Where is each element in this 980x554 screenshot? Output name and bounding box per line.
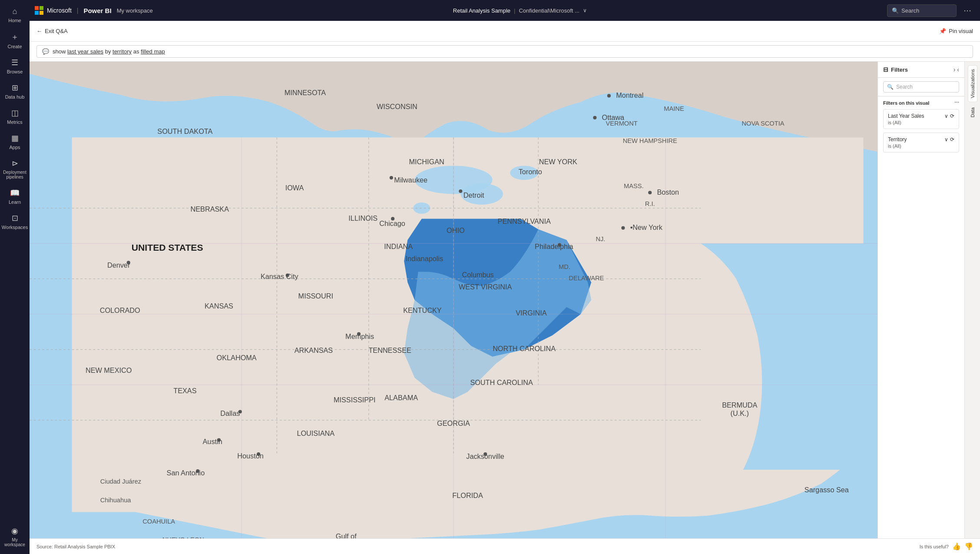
svg-text:NJ.: NJ. <box>596 236 605 242</box>
report-title: Retail Analysis Sample <box>453 7 510 14</box>
svg-text:MAINE: MAINE <box>664 105 684 112</box>
qa-text: show last year sales by territory as fil… <box>53 48 165 55</box>
filters-controls: › ‹ <box>954 66 959 73</box>
svg-text:San Antonio: San Antonio <box>167 469 205 477</box>
header-chevron-icon[interactable]: ∨ <box>583 7 587 13</box>
exit-qa-button[interactable]: ← Exit Q&A <box>36 28 68 34</box>
header-divider: | <box>77 7 79 14</box>
tab-data[interactable]: Data <box>968 104 977 121</box>
filters-search: 🔍 Search <box>878 78 964 96</box>
thumbs-down-button[interactable]: 👎 <box>964 542 973 551</box>
filters-collapse-right-button[interactable]: › <box>954 66 956 73</box>
svg-text:NEW YORK: NEW YORK <box>539 158 577 166</box>
metrics-icon: ◫ <box>11 108 19 118</box>
sidebar-item-home[interactable]: ⌂ Home <box>2 3 28 27</box>
filters-collapse-left-button[interactable]: ‹ <box>957 66 959 73</box>
filter-1-controls: ∨ ⟳ <box>944 113 954 119</box>
filter-1-clear-icon[interactable]: ⟳ <box>950 113 954 119</box>
workspace-label[interactable]: My workspace <box>117 7 153 14</box>
top-header: Microsoft | Power BI My workspace Retail… <box>30 0 980 21</box>
svg-text:NEW MEXICO: NEW MEXICO <box>86 366 132 374</box>
ms-blue-square <box>35 11 39 15</box>
svg-text:NUEVO LEON: NUEVO LEON <box>162 536 204 538</box>
svg-text:Kansas City: Kansas City <box>261 272 299 280</box>
feedback-area: Is this useful? 👍 👎 <box>920 542 973 551</box>
content-area: MINNESOTA WISCONSIN SOUTH DAKOTA IOWA NE… <box>30 62 980 538</box>
sidebar-item-browse[interactable]: ☰ Browse <box>2 54 28 78</box>
sidebar-item-metrics[interactable]: ◫ Metrics <box>2 105 28 128</box>
sidebar-label-datahub: Data hub <box>5 94 25 100</box>
main-content: Microsoft | Power BI My workspace Retail… <box>30 0 980 554</box>
svg-text:COAHUILA: COAHUILA <box>142 518 175 525</box>
sidebar-item-apps[interactable]: ▦ Apps <box>2 130 28 153</box>
svg-text:PENNSYLVANIA: PENNSYLVANIA <box>498 217 551 225</box>
sidebar-item-myworkspace[interactable]: ◉ My workspace <box>2 523 28 551</box>
ms-green-square <box>40 6 43 10</box>
filter-2-controls: ∨ ⟳ <box>944 136 954 143</box>
svg-text:Milwaukee: Milwaukee <box>394 176 427 184</box>
filters-search-input[interactable]: 🔍 Search <box>883 81 959 93</box>
sidebar-item-workspaces[interactable]: ⊡ Workspaces <box>2 210 28 233</box>
sidebar-item-create[interactable]: ＋ Create <box>2 28 28 53</box>
sidebar-item-deployment[interactable]: ⊳ Deployment pipelines <box>2 155 28 183</box>
sidebar-label-deployment: Deployment pipelines <box>3 170 26 179</box>
sub-header: ← Exit Q&A 📌 Pin visual <box>30 21 980 42</box>
qa-underline-2: territory <box>113 48 132 55</box>
svg-text:FLORIDA: FLORIDA <box>452 491 483 499</box>
filter-2-name: Territory <box>888 136 907 143</box>
filters-panel: ⊟ Filters › ‹ 🔍 Search Filters on this v… <box>877 62 964 538</box>
map-svg: MINNESOTA WISCONSIN SOUTH DAKOTA IOWA NE… <box>30 62 877 538</box>
microsoft-label: Microsoft <box>47 7 72 14</box>
svg-text:KENTUCKY: KENTUCKY <box>403 306 442 314</box>
svg-text:INDIANA: INDIANA <box>384 242 413 250</box>
sidebar-item-learn[interactable]: 📖 Learn <box>2 185 28 208</box>
qa-bubble-icon: 💬 <box>42 48 49 55</box>
datahub-icon: ⊞ <box>12 83 18 93</box>
filter-search-placeholder: Search <box>896 84 913 90</box>
filter-1-chevron-icon[interactable]: ∨ <box>944 113 948 119</box>
svg-text:ARKANSAS: ARKANSAS <box>295 347 333 355</box>
source-text: Source: Retail Analysis Sample PBIX <box>36 544 115 549</box>
qa-underline-1: last year sales <box>67 48 103 55</box>
filter-2-chevron-icon[interactable]: ∨ <box>944 136 948 143</box>
svg-text:COLORADO: COLORADO <box>100 306 140 314</box>
svg-text:Toronto: Toronto <box>519 168 542 176</box>
svg-text:•New York: •New York <box>630 223 663 231</box>
svg-text:R.I.: R.I. <box>645 200 655 207</box>
search-label: Search <box>901 7 919 14</box>
svg-text:(U.K.): (U.K.) <box>731 409 749 417</box>
svg-text:NORTH CAROLINA: NORTH CAROLINA <box>493 345 556 352</box>
svg-text:OKLAHOMA: OKLAHOMA <box>217 354 257 362</box>
filter-2-clear-icon[interactable]: ⟳ <box>950 136 954 143</box>
svg-text:DELAWARE: DELAWARE <box>569 275 604 282</box>
qa-input[interactable]: 💬 show last year sales by territory as f… <box>36 45 973 58</box>
svg-text:KANSAS: KANSAS <box>205 302 233 310</box>
svg-text:NEBRASKA: NEBRASKA <box>191 205 229 213</box>
svg-point-73 <box>390 176 393 179</box>
pin-visual-button[interactable]: 📌 Pin visual <box>939 28 973 34</box>
confidential-label: Confidential\Microsoft ... <box>519 7 579 14</box>
svg-text:ALABAMA: ALABAMA <box>384 394 418 401</box>
svg-text:Chicago: Chicago <box>379 219 405 227</box>
svg-text:Austin: Austin <box>203 438 222 445</box>
sidebar-item-datahub[interactable]: ⊞ Data hub <box>2 80 28 103</box>
home-icon: ⌂ <box>13 7 17 16</box>
sidebar-label-home: Home <box>8 18 21 23</box>
more-options-button[interactable]: ⋯ <box>960 4 975 17</box>
filter-section-more-icon[interactable]: ⋯ <box>954 100 959 106</box>
header-right: 🔍 Search ⋯ <box>887 4 975 17</box>
filter-1-name: Last Year Sales <box>888 113 924 119</box>
tab-data-label: Data <box>970 107 975 117</box>
tab-visualizations[interactable]: Visualizations <box>968 65 977 102</box>
svg-text:OHIO: OHIO <box>447 226 465 234</box>
filter-card-lastyearsales: Last Year Sales ∨ ⟳ is (All) <box>883 109 959 129</box>
map-container[interactable]: MINNESOTA WISCONSIN SOUTH DAKOTA IOWA NE… <box>30 62 877 538</box>
search-box[interactable]: 🔍 Search <box>887 4 957 17</box>
sidebar-label-metrics: Metrics <box>7 119 22 125</box>
svg-text:Detroit: Detroit <box>464 191 484 199</box>
bottom-bar: Source: Retail Analysis Sample PBIX Is t… <box>30 538 980 554</box>
svg-text:NEW HAMPSHIRE: NEW HAMPSHIRE <box>623 137 677 144</box>
thumbs-up-button[interactable]: 👍 <box>952 542 961 551</box>
qa-bar: 💬 show last year sales by territory as f… <box>30 42 980 62</box>
workspaces-icon: ⊡ <box>12 213 18 223</box>
